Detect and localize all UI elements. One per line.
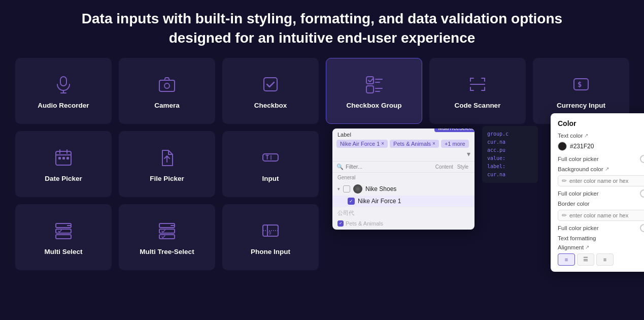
grid-row-3: Multi Select Multi Tree-Select — [15, 204, 629, 270]
input-icon: T — [258, 145, 283, 170]
preview-item-nike-shoes[interactable]: ▾ Nike Shoes — [332, 182, 474, 196]
card-multi-tree-select[interactable]: Multi Tree-Select — [119, 204, 215, 270]
full-color-toggle-3[interactable] — [640, 224, 644, 232]
page-title: Data inputs with built-in styling, forma… — [20, 9, 624, 48]
text-color-value: #231F20 — [558, 142, 644, 151]
grid-row-1: Audio Recorder Camera Checkbox — [15, 58, 629, 124]
color-dot[interactable] — [558, 142, 567, 151]
svg-rect-3 — [159, 80, 175, 91]
camera-icon — [155, 72, 179, 97]
checkbox-group-icon — [362, 72, 386, 97]
bg-color-label: Background color ↗ — [558, 166, 609, 172]
card-label-checkbox-group: Checkbox Group — [347, 102, 402, 109]
preview-general-label: General — [332, 173, 474, 182]
svg-rect-27 — [56, 235, 71, 239]
grid-section: Audio Recorder Camera Checkbox — [0, 58, 644, 270]
nike-shoes-check[interactable] — [343, 185, 350, 193]
svg-rect-0 — [60, 77, 66, 86]
preview-tags: Nike Air Force 1× Pets & Animals× +1 mor… — [332, 140, 474, 161]
card-checkbox[interactable]: Checkbox — [222, 58, 319, 124]
brush-icon-1: ✏ — [562, 177, 567, 184]
currency-icon: $ — [569, 72, 593, 97]
bg-color-row: Background color ↗ — [558, 166, 644, 172]
card-label-input: Input — [262, 175, 279, 182]
nike-airforce-check[interactable]: ✓ — [348, 198, 355, 205]
full-color-toggle-1[interactable] — [640, 155, 644, 163]
svg-rect-6 — [366, 77, 374, 84]
card-label-file-picker: File Picker — [150, 175, 184, 182]
code-panel: group.c cur.na acc.pu value: label: cur.… — [482, 126, 538, 183]
full-color-picker-row-1: Full color picker — [558, 155, 644, 163]
full-color-picker-row-2: Full color picker — [558, 189, 644, 198]
svg-rect-19 — [58, 157, 61, 159]
multi-tree-icon — [155, 218, 179, 243]
card-label-date-picker: Date Picker — [45, 175, 82, 182]
text-color-row: Text color ↗ — [558, 133, 644, 139]
svg-text:$: $ — [578, 80, 582, 88]
card-label-camera: Camera — [154, 102, 180, 109]
mic-icon — [51, 72, 76, 97]
card-currency-input[interactable]: $ Currency Input — [533, 58, 629, 124]
svg-point-4 — [164, 83, 170, 88]
card-file-picker[interactable]: File Picker — [119, 131, 215, 197]
preview-search[interactable]: 🔍 Content Style — [332, 161, 474, 172]
card-camera[interactable]: Camera — [119, 58, 215, 124]
card-audio-recorder[interactable]: Audio Recorder — [15, 58, 112, 124]
checkbox-icon — [258, 72, 283, 97]
color-hex: #231F20 — [570, 143, 594, 150]
svg-rect-21 — [66, 157, 69, 159]
card-date-picker[interactable]: Date Picker — [15, 131, 112, 197]
svg-rect-5 — [264, 78, 277, 91]
bg-color-field[interactable] — [569, 178, 644, 184]
preview-badge: MultiTreeSelect2 — [434, 129, 474, 132]
svg-text:T: T — [265, 154, 269, 161]
bg-color-input[interactable]: ✏ — [558, 175, 644, 186]
card-label-audio-recorder: Audio Recorder — [38, 102, 89, 109]
preview-label: Label — [332, 129, 474, 140]
svg-text:9: 9 — [268, 231, 271, 236]
date-icon — [51, 145, 76, 170]
card-label-checkbox: Checkbox — [254, 102, 287, 109]
file-icon — [155, 145, 179, 170]
card-label-code-scanner: Code Scanner — [455, 102, 501, 109]
card-code-scanner[interactable]: Code Scanner — [429, 58, 526, 124]
card-input[interactable]: T Input — [222, 131, 319, 197]
card-label-multi-tree-select: Multi Tree-Select — [140, 248, 194, 255]
phone-icon: 9 — [258, 218, 283, 243]
multi-select-icon — [51, 218, 76, 243]
full-color-picker-2-label: Full color picker — [558, 190, 599, 197]
svg-rect-9 — [366, 86, 374, 93]
code-scanner-icon — [465, 72, 490, 97]
text-color-label: Text color ↗ — [558, 133, 588, 139]
card-checkbox-group[interactable]: Checkbox Group — [326, 58, 422, 124]
full-color-picker-1-label: Full color picker — [558, 156, 599, 162]
page-header: Data inputs with built-in styling, forma… — [0, 0, 644, 58]
svg-rect-20 — [62, 157, 65, 159]
card-phone-input[interactable]: 9 Phone Input — [222, 204, 319, 270]
card-label-currency-input: Currency Input — [557, 102, 605, 109]
card-multi-select[interactable]: Multi Select — [15, 204, 112, 270]
full-color-toggle-2[interactable] — [640, 189, 644, 198]
card-label-phone-input: Phone Input — [251, 248, 290, 255]
filter-input[interactable] — [346, 164, 433, 170]
grid-row-2: Date Picker File Picker T I — [15, 131, 629, 197]
card-label-multi-select: Multi Select — [44, 248, 82, 255]
